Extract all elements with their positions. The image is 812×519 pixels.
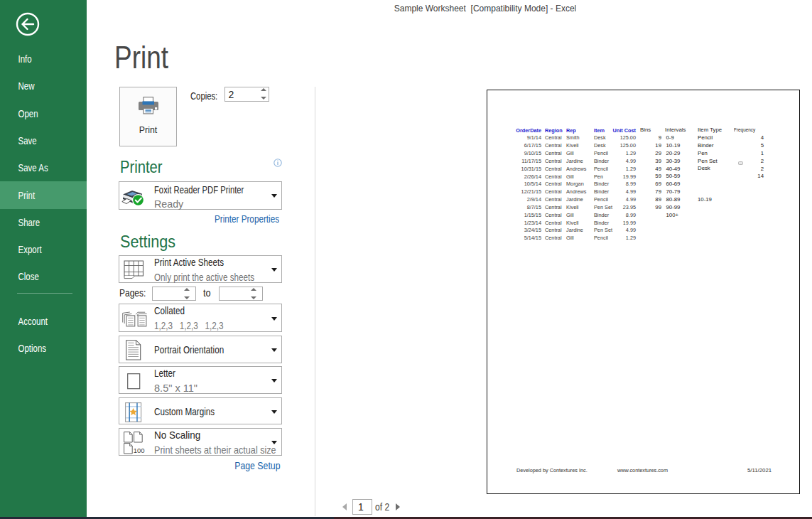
- svg-text:100: 100: [134, 446, 145, 454]
